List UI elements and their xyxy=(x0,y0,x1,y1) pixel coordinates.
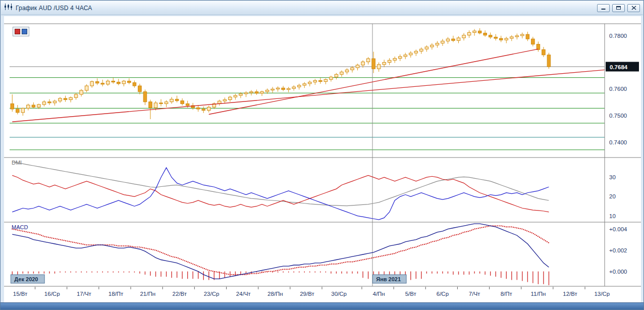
period-badge: Янв 2021 xyxy=(372,275,406,283)
chart-window: График AUD /USD 4 ЧАСА DMIMACDДек 2020Ян… xyxy=(0,0,644,310)
svg-text:7/Чт: 7/Чт xyxy=(469,291,480,297)
window-bottom-edge xyxy=(1,302,643,309)
svg-text:21/Пн: 21/Пн xyxy=(140,291,155,297)
svg-text:8/Пт: 8/Пт xyxy=(501,291,513,297)
svg-text:11/Пн: 11/Пн xyxy=(531,291,546,297)
svg-text:+0.000: +0.000 xyxy=(609,269,627,275)
svg-text:12/Вт: 12/Вт xyxy=(563,291,577,297)
svg-text:0.7500: 0.7500 xyxy=(609,113,627,119)
svg-text:18/Пт: 18/Пт xyxy=(109,291,124,297)
svg-text:10: 10 xyxy=(609,213,616,219)
svg-text:30/Ср: 30/Ср xyxy=(331,291,347,297)
svg-text:Янв 2021: Янв 2021 xyxy=(376,276,401,282)
svg-text:+0.002: +0.002 xyxy=(609,247,627,253)
period-badge: Дек 2020 xyxy=(11,275,44,283)
minimize-button[interactable] xyxy=(597,4,610,12)
svg-text:15/Вт: 15/Вт xyxy=(13,291,28,297)
svg-text:13/Ср: 13/Ср xyxy=(594,291,610,297)
svg-text:+0.004: +0.004 xyxy=(609,226,627,232)
svg-text:4/Пн: 4/Пн xyxy=(373,291,385,297)
svg-text:20: 20 xyxy=(609,193,616,199)
svg-text:17/Чт: 17/Чт xyxy=(77,291,92,297)
svg-text:0.7400: 0.7400 xyxy=(609,139,627,145)
chart-background xyxy=(4,16,641,303)
svg-text:29/Вт: 29/Вт xyxy=(300,291,314,297)
red-series-button[interactable] xyxy=(15,29,20,34)
svg-text:30: 30 xyxy=(609,174,616,180)
blue-series-button[interactable] xyxy=(22,29,27,34)
svg-text:24/Чт: 24/Чт xyxy=(236,291,251,297)
dmi-panel-label: DMI xyxy=(12,160,22,166)
window-title: График AUD /USD 4 ЧАСА xyxy=(16,5,92,12)
candlestick-chart-icon xyxy=(4,3,13,13)
current-price-badge: 0.7684 xyxy=(606,62,639,72)
svg-text:0.7600: 0.7600 xyxy=(609,86,627,92)
restore-button[interactable] xyxy=(612,4,625,12)
svg-text:0.7800: 0.7800 xyxy=(609,33,627,39)
svg-text:28/Пн: 28/Пн xyxy=(267,291,283,297)
svg-text:22/Вт: 22/Вт xyxy=(173,291,187,297)
svg-text:5/Вт: 5/Вт xyxy=(405,291,417,297)
close-button[interactable] xyxy=(627,4,640,12)
svg-text:23/Ср: 23/Ср xyxy=(204,291,220,297)
svg-text:Дек 2020: Дек 2020 xyxy=(14,276,38,282)
svg-text:0.7684: 0.7684 xyxy=(610,64,628,70)
price-chart-canvas[interactable]: DMIMACDДек 2020Янв 20210.78000.76000.750… xyxy=(1,1,644,310)
restore-icon xyxy=(616,6,621,10)
minimize-icon xyxy=(601,6,606,10)
close-icon xyxy=(631,6,636,10)
window-controls xyxy=(595,4,640,12)
macd-panel-label: MACD xyxy=(12,224,28,230)
titlebar[interactable]: График AUD /USD 4 ЧАСА xyxy=(1,1,643,15)
svg-text:16/Ср: 16/Ср xyxy=(44,291,60,297)
svg-text:6/Ср: 6/Ср xyxy=(437,291,449,297)
series-buttons[interactable] xyxy=(13,27,29,36)
